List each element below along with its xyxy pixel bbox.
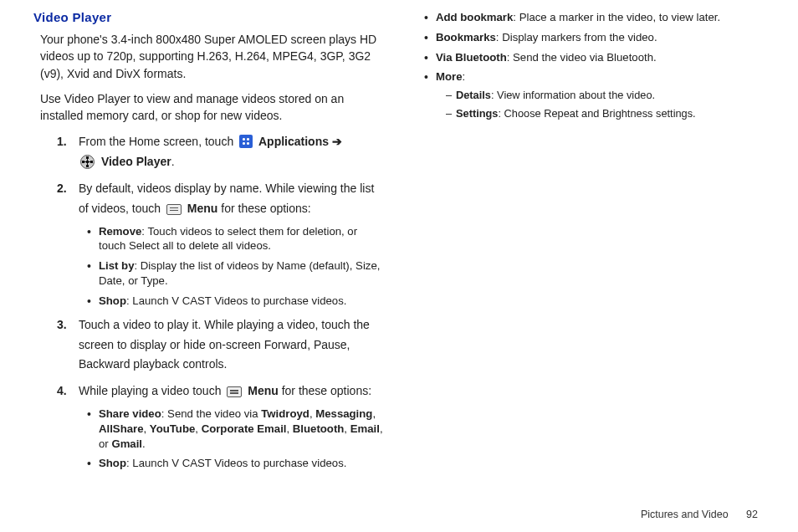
menu-label: Menu	[248, 384, 279, 397]
desc: : Place a marker in the video, to view l…	[513, 11, 720, 23]
desc: : Display the list of videos by Name (de…	[99, 259, 380, 287]
desc: : Display markers from the video.	[496, 31, 657, 43]
step-2-options: Remove: Touch videos to select them for …	[79, 224, 384, 309]
app: Corporate Email	[202, 422, 287, 435]
term: Settings	[456, 107, 498, 120]
option-share-video: Share video: Send the video via Twidroyd…	[87, 407, 384, 451]
footer-section: Pictures and Video	[641, 509, 729, 520]
dot: .	[142, 437, 146, 450]
app: Gmail	[111, 437, 142, 450]
app: Bluetooth	[293, 422, 345, 435]
step-2: By default, videos display by name. Whil…	[57, 179, 384, 309]
step-1-text-a: From the Home screen, touch	[79, 135, 237, 148]
desc: : View information about the video.	[491, 89, 655, 101]
sub-settings: Settings: Choose Repeat and Brightness s…	[446, 106, 765, 121]
term: Shop	[99, 294, 126, 307]
step-4-lead-a: While playing a video touch	[79, 384, 224, 397]
term: Details	[456, 89, 491, 101]
desc: : Launch V CAST Videos to purchase video…	[126, 457, 346, 469]
app: Twidroyd	[261, 407, 309, 420]
step-3: Touch a video to play it. While playing …	[57, 315, 384, 375]
app: YouTube	[150, 422, 195, 435]
desc: : Choose Repeat and Brightness settings.	[498, 107, 695, 120]
term: Share video	[99, 407, 161, 420]
option-more: More: Details: View information about th…	[424, 69, 765, 121]
sep: ,	[144, 422, 150, 435]
app: AllShare	[99, 422, 144, 435]
arrow-icon: ➔	[329, 135, 342, 148]
term: More	[436, 70, 463, 83]
sep: ,	[344, 422, 350, 435]
more-sublist: Details: View information about the vide…	[436, 88, 765, 121]
page-number: 92	[746, 509, 758, 520]
option-via-bluetooth: Via Bluetooth: Send the video via Blueto…	[424, 50, 765, 65]
video-player-label: Video Player	[101, 155, 171, 168]
sep: ,	[195, 422, 201, 435]
menu-icon	[166, 204, 182, 215]
term: Add bookmark	[436, 11, 513, 23]
step-4: While playing a video touch Menu for the…	[57, 381, 384, 471]
option-shop: Shop: Launch V CAST Videos to purchase v…	[87, 294, 384, 309]
option-remove: Remove: Touch videos to select them for …	[87, 224, 384, 254]
term: Bookmarks	[436, 31, 496, 43]
txt: : Send the video via	[161, 407, 262, 420]
step-4-options: Share video: Send the video via Twidroyd…	[79, 407, 384, 471]
desc: : Launch V CAST Videos to purchase video…	[126, 294, 346, 307]
video-player-icon	[80, 155, 95, 169]
page-footer: Pictures and Video 92	[641, 509, 758, 520]
period: .	[171, 155, 175, 168]
steps-list: From the Home screen, touch Applications…	[33, 132, 384, 471]
menu-label: Menu	[187, 202, 218, 215]
term: Shop	[99, 457, 126, 469]
term: List by	[99, 259, 135, 272]
option-bookmarks: Bookmarks: Display markers from the vide…	[424, 30, 765, 45]
sep: ,	[372, 407, 376, 420]
applications-icon	[239, 135, 253, 148]
term: Via Bluetooth	[436, 51, 507, 64]
manual-page: Video Player Your phone's 3.4-inch 800x4…	[0, 0, 798, 478]
app: Messaging	[315, 407, 372, 420]
sub-details: Details: View information about the vide…	[446, 88, 765, 103]
step-4-lead-b: for these options:	[282, 384, 371, 397]
section-heading: Video Player	[33, 10, 384, 24]
right-bullets: Add bookmark: Place a marker in the vide…	[424, 10, 765, 121]
option-shop-2: Shop: Launch V CAST Videos to purchase v…	[87, 456, 384, 471]
term: Remove	[99, 225, 141, 238]
app: Email	[350, 422, 380, 435]
sep: ,	[287, 422, 293, 435]
menu-icon	[227, 386, 242, 397]
intro-paragraph-2: Use Video Player to view and manage vide…	[40, 90, 384, 125]
intro-paragraph-1: Your phone's 3.4-inch 800x480 Super AMOL…	[40, 31, 384, 82]
option-list-by: List by: Display the list of videos by N…	[87, 258, 384, 289]
option-add-bookmark: Add bookmark: Place a marker in the vide…	[424, 10, 765, 25]
desc: : Send the video via Bluetooth.	[507, 51, 657, 64]
colon: :	[463, 70, 466, 83]
left-column: Video Player Your phone's 3.4-inch 800x4…	[33, 8, 399, 478]
right-column: Add bookmark: Place a marker in the vide…	[399, 8, 765, 478]
step-1: From the Home screen, touch Applications…	[57, 132, 384, 172]
step-2-lead-b: for these options:	[221, 202, 310, 215]
applications-label: Applications	[258, 135, 329, 148]
